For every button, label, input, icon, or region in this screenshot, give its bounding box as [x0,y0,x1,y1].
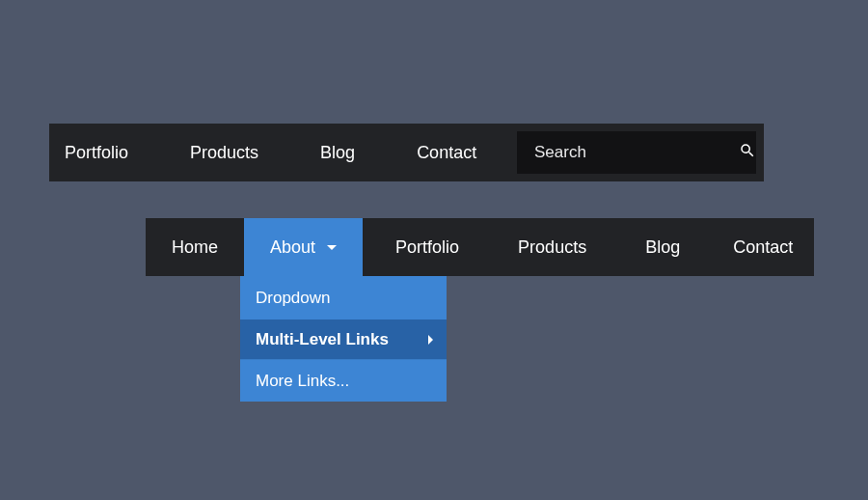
nav-item-blog[interactable]: Blog [320,143,384,163]
nav-item-products[interactable]: Products [190,143,287,163]
top-nav-bar: Portfolio Products Blog Contact [49,124,764,181]
dropdown-item-multi-level-links[interactable]: Multi-Level Links [240,319,447,359]
search-icon[interactable] [739,142,756,163]
nav-item-about[interactable]: About [244,218,363,276]
chevron-right-icon [428,335,433,345]
search-input[interactable] [534,143,739,162]
dropdown-item-more-links[interactable]: More Links... [240,359,447,402]
nav-item-portfolio[interactable]: Portfolio [65,143,157,163]
dropdown-item-label: More Links... [256,372,349,391]
dropdown-item-label: Dropdown [256,289,331,308]
nav-item-portfolio[interactable]: Portfolio [363,218,485,276]
nav-item-contact[interactable]: Contact [706,218,819,276]
about-dropdown: Dropdown Multi-Level Links More Links... [240,276,447,402]
main-nav-bar: Home About Portfolio Products Blog Conta… [146,218,814,276]
nav-item-contact[interactable]: Contact [417,143,505,163]
nav-item-label: About [270,237,315,258]
nav-item-blog[interactable]: Blog [612,218,706,276]
dropdown-item-dropdown[interactable]: Dropdown [240,276,447,319]
dropdown-item-label: Multi-Level Links [256,330,389,349]
nav-item-products[interactable]: Products [485,218,612,276]
nav-item-home[interactable]: Home [146,218,244,276]
caret-down-icon [327,245,337,250]
search-box[interactable] [517,131,756,174]
